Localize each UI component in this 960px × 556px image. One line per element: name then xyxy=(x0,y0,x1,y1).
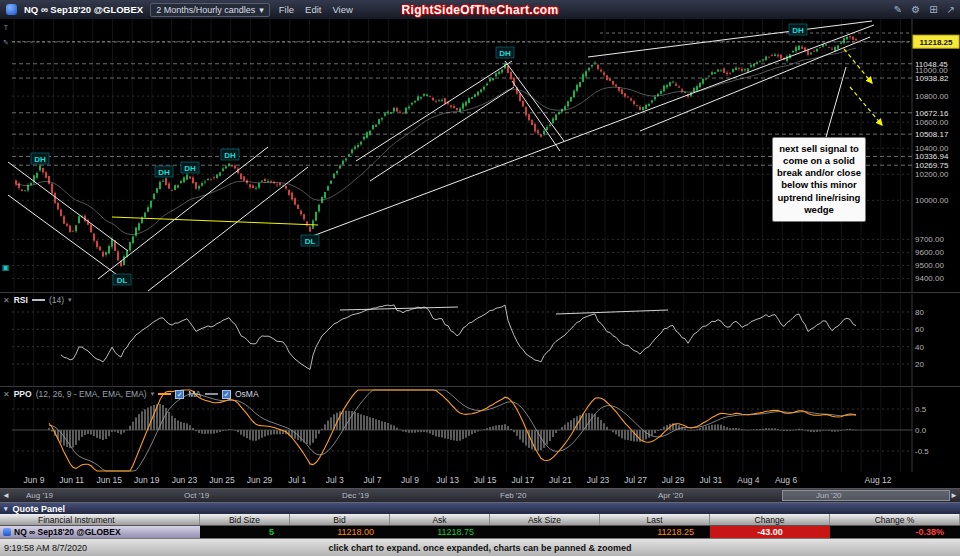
timeframe-button[interactable]: 2 Months/Hourly candles ▾ xyxy=(150,3,270,17)
scrollbar-period-label: Jun '20 xyxy=(816,491,842,500)
svg-text:10600.00: 10600.00 xyxy=(915,118,949,127)
menu-edit[interactable]: Edit xyxy=(303,4,323,15)
quote-bid-size: 5 xyxy=(200,526,290,538)
ppo-histogram xyxy=(48,404,857,451)
x-axis[interactable]: Jun 9Jun 11Jun 15Jun 19Jun 23Jun 25Jun 2… xyxy=(0,472,960,488)
svg-text:10269.75: 10269.75 xyxy=(915,161,949,170)
close-icon[interactable]: ✕ xyxy=(3,390,10,399)
title-bar: NQ ∞ Sep18'20 @GLOBEX 2 Months/Hourly ca… xyxy=(0,0,960,19)
col-change-pct[interactable]: Change % xyxy=(830,514,960,525)
x-axis-label: Aug 4 xyxy=(737,475,759,485)
svg-text:10800.00: 10800.00 xyxy=(915,92,949,101)
quote-panel-title: Quote Panel xyxy=(13,504,66,514)
app-icon[interactable] xyxy=(6,4,17,15)
col-last[interactable]: Last xyxy=(600,514,710,525)
pencil-icon[interactable]: ✎ xyxy=(894,4,902,15)
svg-text:11048.45: 11048.45 xyxy=(915,60,948,69)
svg-text:DH: DH xyxy=(792,26,804,35)
col-bid-size[interactable]: Bid Size xyxy=(200,514,290,525)
quote-instrument-cell[interactable]: NQ ∞ Sep18'20 @GLOBEX xyxy=(0,526,200,538)
svg-text:DH: DH xyxy=(499,49,511,58)
chevron-down-icon: ▾ xyxy=(259,5,264,15)
x-axis-label: Jul 21 xyxy=(549,475,572,485)
chart-style-icon[interactable]: ▣ xyxy=(2,263,10,272)
ppo-chart[interactable]: 0.50.0-0.5 xyxy=(0,388,960,473)
col-change[interactable]: Change xyxy=(710,514,830,525)
ma-checkbox[interactable]: ✓ xyxy=(175,390,184,399)
col-financial-instrument[interactable]: Financial Instrument xyxy=(0,514,200,525)
draw-tool-icon[interactable]: ✎ xyxy=(3,39,9,47)
layout-icon[interactable]: ⊞ xyxy=(929,4,937,15)
x-axis-label: Jun 11 xyxy=(59,475,84,485)
quote-panel-header: Financial Instrument Bid Size Bid Ask As… xyxy=(0,514,960,526)
svg-text:10508.17: 10508.17 xyxy=(915,130,949,139)
drawing-toolbar: T ✎ xyxy=(0,24,12,47)
svg-text:10200.00: 10200.00 xyxy=(915,170,949,179)
x-axis-label: Jun 25 xyxy=(209,475,235,485)
quote-ask: 11218.75 xyxy=(390,526,490,538)
x-axis-label: Jul 7 xyxy=(363,475,381,485)
instrument-icon xyxy=(3,528,11,536)
x-axis-label: Jul 27 xyxy=(624,475,647,485)
quote-ask-size xyxy=(490,526,600,538)
quote-change-pct: -0.38% xyxy=(830,526,960,538)
scroll-left-icon[interactable]: ◄ xyxy=(2,491,10,500)
scrollbar-period-label: Aug '19 xyxy=(26,491,53,500)
svg-text:DH: DH xyxy=(224,151,236,160)
svg-text:9500.00: 9500.00 xyxy=(915,261,944,270)
quote-instrument: NQ ∞ Sep18'20 @GLOBEX xyxy=(14,527,121,537)
x-axis-label: Aug 12 xyxy=(865,475,892,485)
collapse-icon[interactable]: ▾ xyxy=(4,505,8,513)
x-axis-label: Jul 17 xyxy=(511,475,534,485)
rsi-label[interactable]: RSI xyxy=(14,295,28,305)
settings-icon[interactable]: ⚙ xyxy=(911,4,920,15)
col-ask-size[interactable]: Ask Size xyxy=(490,514,600,525)
close-icon[interactable]: ✕ xyxy=(3,296,10,305)
ppo-panel: 0.50.0-0.5 ✕ PPO (12, 26, 9 - EMA, EMA, … xyxy=(0,386,960,472)
svg-text:20: 20 xyxy=(915,360,924,369)
rsi-panel: 80604020 ✕ RSI (14) ▾ xyxy=(0,292,960,386)
x-axis-label: Jun 23 xyxy=(172,475,198,485)
scroll-right-icon[interactable]: ► xyxy=(950,491,958,500)
svg-text:10000.00: 10000.00 xyxy=(915,196,949,205)
svg-text:60: 60 xyxy=(915,325,924,334)
rsi-line-sample xyxy=(32,299,45,301)
osma-checkbox[interactable]: ✓ xyxy=(222,390,231,399)
svg-text:DH: DH xyxy=(184,164,196,173)
svg-text:40: 40 xyxy=(915,343,924,352)
ppo-label[interactable]: PPO xyxy=(14,389,32,399)
scrollbar-thumb[interactable] xyxy=(782,490,950,501)
x-axis-label: Jun 15 xyxy=(96,475,122,485)
svg-text:0.5: 0.5 xyxy=(915,405,927,414)
quote-panel-titlebar[interactable]: ▾ Quote Panel xyxy=(0,502,960,514)
quote-row[interactable]: NQ ∞ Sep18'20 @GLOBEX 5 11218.00 11218.7… xyxy=(0,526,960,538)
rsi-chart[interactable]: 80604020 xyxy=(0,294,960,387)
svg-text:10336.94: 10336.94 xyxy=(915,152,949,161)
rsi-params: (14) xyxy=(49,295,64,305)
svg-text:DH: DH xyxy=(158,168,170,177)
status-hint: click chart to expand. once expanded, ch… xyxy=(0,543,960,553)
svg-text:DL: DL xyxy=(305,237,316,246)
menu-file[interactable]: File xyxy=(277,4,296,15)
ppo-header: ✕ PPO (12, 26, 9 - EMA, EMA, EMA) ▾ ✓ MA… xyxy=(3,389,259,399)
popout-icon[interactable]: ↗ xyxy=(947,4,955,15)
x-axis-label: Jul 31 xyxy=(699,475,722,485)
text-tool-icon[interactable]: T xyxy=(4,24,8,31)
col-bid[interactable]: Bid xyxy=(290,514,390,525)
svg-text:11218.25: 11218.25 xyxy=(920,38,953,47)
svg-text:80: 80 xyxy=(915,308,924,317)
chevron-down-icon[interactable]: ▾ xyxy=(68,296,72,304)
x-axis-label: Aug 6 xyxy=(775,475,797,485)
scrollbar-period-label: Oct '19 xyxy=(184,491,209,500)
menu-view[interactable]: View xyxy=(330,4,354,15)
x-axis-label: Jul 9 xyxy=(401,475,419,485)
quote-last: 11218.25 xyxy=(600,526,710,538)
rsi-header: ✕ RSI (14) ▾ xyxy=(3,295,72,305)
x-axis-label: Jul 3 xyxy=(326,475,344,485)
scrollbar-period-label: Apr '20 xyxy=(658,491,683,500)
osma-checkbox-label: OsMA xyxy=(235,389,259,399)
annotation-note[interactable]: next sell signal to come on a solid brea… xyxy=(772,137,866,222)
status-bar: 9:19:58 AM 8/7/2020 click chart to expan… xyxy=(0,538,960,556)
chevron-down-icon[interactable]: ▾ xyxy=(151,390,155,398)
col-ask[interactable]: Ask xyxy=(390,514,490,525)
